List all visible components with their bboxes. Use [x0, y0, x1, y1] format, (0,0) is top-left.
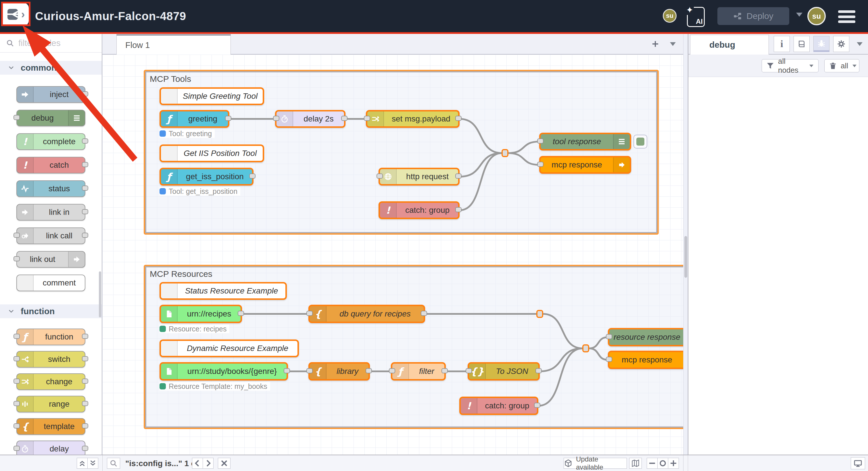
flow-node-mcp-response[interactable]: mcp response	[539, 156, 631, 174]
output-port[interactable]	[455, 116, 462, 121]
palette-section-common[interactable]: common	[0, 61, 102, 75]
palette-node-link-in[interactable]: link in	[17, 204, 85, 221]
scroll-bottom-button[interactable]	[87, 458, 98, 469]
output-port[interactable]	[366, 368, 372, 373]
output-port[interactable]	[82, 334, 88, 339]
wire[interactable]	[538, 348, 583, 406]
palette-node-complete[interactable]: !complete	[17, 133, 85, 150]
minimap-button[interactable]	[629, 458, 642, 469]
flow-node-urn-recipes[interactable]: urn://recipes	[159, 305, 242, 323]
palette-node-link-call[interactable]: link call	[17, 228, 85, 244]
output-port[interactable]	[82, 356, 88, 361]
wire[interactable]	[508, 142, 539, 153]
input-port[interactable]	[13, 233, 20, 238]
flow-node-delay-2s[interactable]: delay 2s	[275, 110, 345, 128]
flow-canvas[interactable]: MCP ToolsMCP ResourcesSimple Greeting To…	[102, 55, 683, 455]
input-port[interactable]	[273, 116, 279, 121]
input-port[interactable]	[389, 368, 395, 373]
wire-junction[interactable]	[582, 344, 589, 352]
wire[interactable]	[508, 153, 539, 165]
search-prev-button[interactable]	[192, 458, 203, 469]
output-port[interactable]	[341, 116, 347, 121]
palette-node-switch[interactable]: switch	[17, 351, 85, 368]
output-port[interactable]	[82, 423, 88, 429]
flow-node-resource-response[interactable]: resource response	[608, 328, 683, 346]
palette-search-input[interactable]: filter nodes	[0, 34, 102, 53]
palette-node-function[interactable]: ƒfunction	[17, 329, 85, 345]
wire[interactable]	[460, 153, 502, 177]
output-port[interactable]	[82, 91, 88, 97]
flow-node-greeting[interactable]: ƒgreeting	[159, 110, 229, 128]
flow-node-library[interactable]: {library	[308, 362, 370, 380]
output-port[interactable]	[82, 233, 88, 238]
input-port[interactable]	[466, 368, 472, 373]
input-port[interactable]	[13, 356, 20, 361]
wire[interactable]	[460, 153, 502, 210]
deploy-dropdown-caret[interactable]	[796, 13, 803, 16]
help-tab-button[interactable]	[794, 36, 810, 52]
search-close-button[interactable]	[218, 458, 230, 469]
wire[interactable]	[460, 119, 502, 153]
display-button[interactable]	[851, 457, 865, 469]
output-port[interactable]	[441, 368, 448, 373]
output-port[interactable]	[82, 209, 88, 214]
zoom-in-button[interactable]	[668, 458, 679, 469]
palette-node-range[interactable]: range	[17, 396, 85, 412]
wire[interactable]	[589, 337, 608, 348]
flow-node-tool-response[interactable]: tool response	[539, 133, 631, 150]
output-port[interactable]	[535, 368, 542, 373]
palette-scrollbar[interactable]	[99, 271, 101, 317]
scroll-top-button[interactable]	[77, 458, 88, 469]
palette-node-link-out[interactable]: link out	[17, 251, 85, 268]
output-port[interactable]	[534, 403, 540, 408]
input-port[interactable]	[606, 334, 612, 339]
info-tab-button[interactable]: i	[774, 36, 790, 52]
input-port[interactable]	[306, 311, 313, 316]
tab-debug[interactable]: debug	[690, 35, 769, 55]
palette-node-delay[interactable]: delay	[17, 441, 85, 455]
flow-node-db-query-for-recipes[interactable]: {db query for recipes	[308, 305, 425, 323]
output-port[interactable]	[82, 162, 88, 167]
output-port[interactable]	[249, 173, 255, 179]
canvas-scrollbar[interactable]	[683, 34, 688, 455]
flow-node-http-request[interactable]: http request	[378, 168, 460, 186]
palette-node-debug[interactable]: debug	[17, 110, 85, 126]
input-port[interactable]	[306, 368, 313, 373]
input-port[interactable]	[13, 401, 20, 406]
output-port[interactable]	[82, 401, 88, 406]
flow-node-mcp-response[interactable]: mcp response	[608, 351, 683, 369]
output-port[interactable]	[455, 207, 462, 212]
output-port[interactable]	[82, 446, 88, 451]
wire[interactable]	[589, 348, 608, 360]
output-port[interactable]	[82, 186, 88, 191]
palette-node-status[interactable]: status	[17, 180, 85, 197]
wire-junction[interactable]	[536, 310, 543, 318]
input-port[interactable]	[13, 256, 20, 261]
output-port[interactable]	[455, 173, 462, 179]
input-port[interactable]	[606, 357, 612, 362]
input-port[interactable]	[13, 378, 20, 384]
debug-filter-button[interactable]: all nodes	[762, 59, 818, 72]
input-port[interactable]	[13, 115, 20, 120]
debug-enable-toggle[interactable]	[633, 135, 647, 148]
debug-clear-button[interactable]: all	[824, 59, 859, 72]
flow-node-urn-study-books-genre-[interactable]: urn://study/books/{genre}	[159, 362, 288, 380]
comment-node-dynamic-resource-example[interactable]: Dynamic Resource Example	[159, 339, 299, 357]
comment-node-simple-greeting-tool[interactable]: Simple Greeting Tool	[159, 87, 264, 105]
menu-icon[interactable]	[838, 10, 855, 23]
wire[interactable]	[540, 348, 583, 371]
sidebar-tabs-caret[interactable]	[857, 42, 863, 46]
search-next-button[interactable]	[203, 458, 214, 469]
flow-node-to-json[interactable]: {}To JSON	[468, 362, 540, 380]
comment-node-get-iis-position-tool[interactable]: Get IIS Position Tool	[159, 144, 264, 162]
flow-node-filter[interactable]: ƒfilter	[391, 362, 446, 380]
output-port[interactable]	[82, 138, 88, 144]
zoom-reset-button[interactable]	[657, 458, 668, 469]
output-port[interactable]	[238, 311, 244, 316]
flow-node-catch-group[interactable]: !catch: group	[378, 201, 460, 219]
palette-node-template[interactable]: {template	[17, 418, 85, 435]
output-port[interactable]	[225, 116, 231, 121]
palette-node-catch[interactable]: !catch	[17, 157, 85, 173]
output-port[interactable]	[421, 311, 427, 316]
ai-assistant-button[interactable]: ✦ AI	[687, 7, 705, 27]
